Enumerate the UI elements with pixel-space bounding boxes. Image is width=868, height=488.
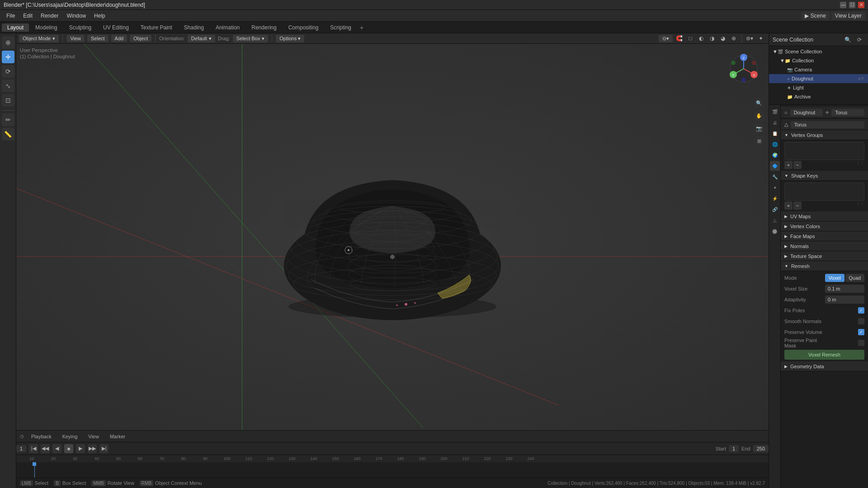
view-toggle-3[interactable]: ◑ [707,33,717,43]
viewport-canvas[interactable]: User Perspective (1) Collection | Doughn… [16,44,769,430]
add-shape-key-btn[interactable]: + [784,202,793,210]
view-menu[interactable]: View [66,35,85,42]
add-workspace-button[interactable]: + [358,23,366,32]
texture-space-header[interactable]: ▶ Texture Space [781,251,868,261]
box-select-status[interactable]: B Box Select [54,480,86,486]
material-icon[interactable]: ⬤ [770,226,780,236]
add-vertex-group-btn[interactable]: + [784,161,793,169]
jump-end-btn[interactable]: ▶| [99,444,108,453]
scale-tool[interactable]: ⤡ [2,80,14,92]
annotate-tool[interactable]: ✏ [2,113,14,126]
outliner-item-camera[interactable]: 📷 Camera [769,65,868,74]
voxel-mode-btn[interactable]: Voxel [825,274,844,282]
view-layer-icon[interactable]: 📋 [770,128,780,138]
outliner-item-archive[interactable]: 📁 Archive [769,92,868,101]
smooth-normals-checkbox[interactable] [858,318,864,324]
step-forward-btn[interactable]: ▶▶ [88,444,97,453]
render-properties-icon[interactable]: 🎬 [770,107,780,117]
object-properties-icon[interactable]: 🔷 [770,161,780,171]
view-layer-selector[interactable]: View Layer [831,12,865,20]
normals-header[interactable]: ▶ Normals [781,241,868,251]
face-maps-header[interactable]: ▶ Face Maps [781,231,868,241]
remesh-header[interactable]: ▼ Remesh [781,261,868,271]
menu-window[interactable]: Window [63,12,90,20]
menu-render[interactable]: Render [37,12,62,20]
physics-icon[interactable]: ⚡ [770,193,780,203]
remove-shape-key-btn[interactable]: − [793,202,802,210]
context-menu-status[interactable]: RMB Object Context Menu [140,480,202,486]
object-data-icon[interactable]: △ [770,215,780,225]
minimize-button[interactable]: — [840,2,846,8]
tab-texture-paint[interactable]: Texture Paint [135,23,178,32]
move-tool[interactable]: ✛ [2,51,14,63]
tab-rendering[interactable]: Rendering [246,23,282,32]
options-btn[interactable]: Options ▾ [276,35,304,42]
transform-tool[interactable]: ⊡ [2,94,14,107]
view-toggle-5[interactable]: ⊕ [729,33,739,43]
play-reverse-btn[interactable]: ◀ [52,444,61,453]
preserve-paint-mask-checkbox[interactable] [858,340,864,346]
camera-btn[interactable]: 📷 [754,123,764,133]
shape-keys-header[interactable]: ▼ Shape Keys [781,171,868,181]
outliner-item-collection[interactable]: ▼ 📁 Collection [769,56,868,65]
step-back-btn[interactable]: ◀◀ [41,444,50,453]
vertex-group-menu-btn[interactable]: ⋮⋮ [856,161,864,169]
tab-layout[interactable]: Layout [2,23,29,32]
navigation-gizmo[interactable]: Z X Y [728,53,760,84]
select-menu[interactable]: Select [87,35,108,42]
overlay-btn[interactable]: ⊛▾ [745,33,755,43]
data-name-field[interactable]: Torus [791,121,864,128]
tab-animation[interactable]: Animation [210,23,245,32]
view-toggle-2[interactable]: ◐ [696,33,706,43]
window-controls[interactable]: — ☐ ✕ [840,2,864,8]
maximize-button[interactable]: ☐ [849,2,855,8]
snap-btn[interactable]: 🧲 [674,33,684,43]
start-frame-input[interactable]: 1 [729,445,739,452]
close-button[interactable]: ✕ [858,2,864,8]
tab-compositing[interactable]: Compositing [283,23,324,32]
particles-icon[interactable]: ✦ [770,183,780,192]
select-tool-status[interactable]: LMB Select [20,480,48,486]
object-menu[interactable]: Object [130,35,151,42]
play-btn[interactable]: ▶ [76,444,85,453]
menu-help[interactable]: Help [90,12,109,20]
measure-tool[interactable]: 📏 [2,128,14,141]
sync-icon[interactable]: ⟳ [854,35,864,45]
jump-start-btn[interactable]: |◀ [29,444,38,453]
tab-modeling[interactable]: Modeling [30,23,63,32]
gizmo-btn[interactable]: ✦ [756,33,766,43]
orientation-selector[interactable]: Default ▾ [188,35,215,42]
voxel-remesh-btn[interactable]: Voxel Remesh [784,350,864,360]
end-frame-input[interactable]: 250 [753,445,769,452]
timeline-tab-marker[interactable]: Marker [106,433,129,440]
object-name-field[interactable]: Doughnut [790,109,823,116]
outliner-item-light[interactable]: ☀ Light [769,83,868,92]
timeline-ruler[interactable]: 10 20 30 40 50 60 70 80 90 100 110 120 1… [16,455,769,478]
drag-selector[interactable]: Select Box ▾ [233,35,269,42]
view-toggle-1[interactable]: □ [685,33,695,43]
menu-file[interactable]: File [3,12,19,20]
pan-btn[interactable]: ✋ [754,111,764,121]
timeline-tab-playback[interactable]: Playback [28,433,55,440]
scene-properties-icon[interactable]: 🌐 [770,139,780,149]
transform-pivot-btn[interactable]: ⊙▾ [659,35,673,42]
shape-key-menu-btn[interactable]: ⋮⋮ [856,202,864,210]
outliner-item-scene-collection[interactable]: ▼ 🎬 Scene Collection [769,47,868,56]
scene-selector[interactable]: ▶ Scene [801,12,829,20]
preserve-volume-checkbox[interactable]: ✓ [858,329,864,335]
timeline-tab-view[interactable]: View [85,433,103,440]
geometry-data-header[interactable]: ▶ Geometry Data [781,361,868,371]
timeline-cursor[interactable] [34,462,35,478]
add-menu[interactable]: Add [111,35,127,42]
quad-mode-btn[interactable]: Quad [845,274,865,282]
rotate-tool[interactable]: ⟳ [2,65,14,78]
mode-selector[interactable]: Object Mode ▾ [19,35,59,42]
tab-shading[interactable]: Shading [179,23,209,32]
outliner-item-doughnut[interactable]: ○ Doughnut ⟡▽ [769,74,868,83]
tab-uv-editing[interactable]: UV Editing [98,23,134,32]
vertex-groups-header[interactable]: ▼ Vertex Groups [781,130,868,140]
voxel-size-value[interactable]: 0.1 m [825,285,864,293]
adaptivity-value[interactable]: 0 m [825,296,864,304]
vertex-colors-header[interactable]: ▶ Vertex Colors [781,221,868,231]
output-properties-icon[interactable]: 🖨 [770,117,780,127]
